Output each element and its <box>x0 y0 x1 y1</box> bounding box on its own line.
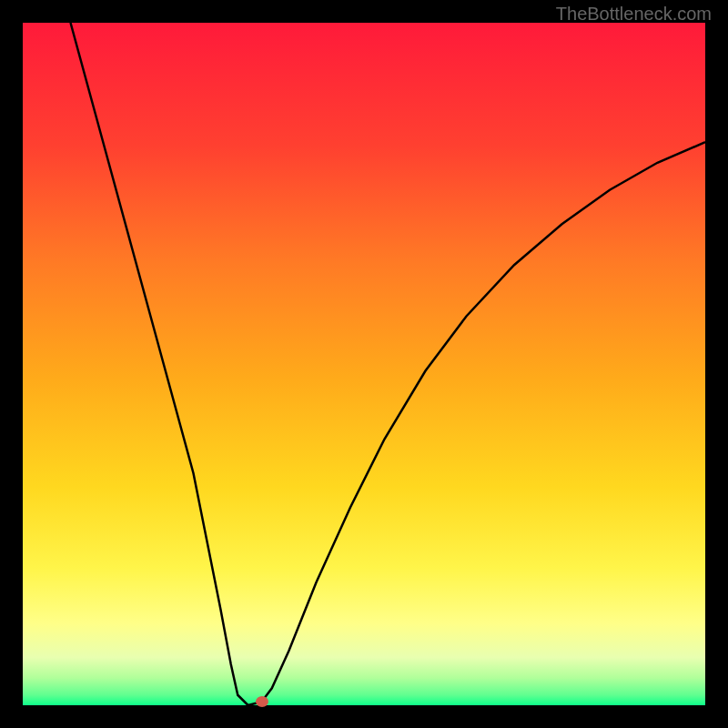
watermark-text: TheBottleneck.com <box>556 4 712 25</box>
bottleneck-curve <box>23 23 705 705</box>
optimal-point-marker <box>256 696 268 707</box>
chart-area <box>23 23 705 705</box>
